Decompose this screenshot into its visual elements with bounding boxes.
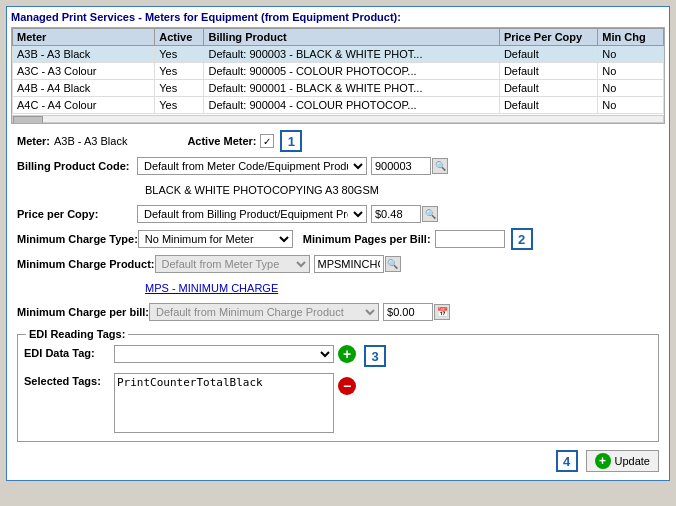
cell-billing: Default: 900005 - COLOUR PHOTOCOP... — [204, 63, 499, 80]
min-pages-input[interactable] — [435, 230, 505, 248]
cell-minchg: No — [598, 80, 664, 97]
col-header-minchg: Min Chg — [598, 29, 664, 46]
cell-active: Yes — [155, 46, 204, 63]
price-per-copy-select[interactable]: Default from Billing Product/Equipment P… — [137, 205, 367, 223]
active-meter-label: Active Meter: — [187, 135, 256, 147]
cell-price: Default — [499, 63, 597, 80]
billing-product-label: Billing Product Code: — [17, 160, 137, 172]
price-per-copy-label: Price per Copy: — [17, 208, 137, 220]
cell-billing: Default: 900004 - COLOUR PHOTOCOP... — [204, 97, 499, 114]
panel: Managed Print Services - Meters for Equi… — [6, 6, 670, 481]
cell-active: Yes — [155, 80, 204, 97]
marker-four: 4 — [556, 450, 578, 472]
update-btn-icon — [595, 453, 611, 469]
cell-billing: Default: 900001 - BLACK & WHITE PHOT... — [204, 80, 499, 97]
billing-product-name-row: BLACK & WHITE PHOTOCOPYING A3 80GSM — [141, 180, 659, 200]
mps-link-row: MPS - MINIMUM CHARGE — [141, 278, 659, 298]
billing-product-code-input[interactable] — [371, 157, 431, 175]
scrollbar-thumb — [13, 116, 43, 124]
price-per-copy-row: Price per Copy: Default from Billing Pro… — [17, 204, 659, 224]
marker-three: 3 — [364, 345, 386, 367]
billing-product-row: Billing Product Code: Default from Meter… — [17, 156, 659, 176]
billing-product-search-btn[interactable]: 🔍 — [432, 158, 448, 174]
min-charge-type-row: Minimum Charge Type: No Minimum for Mete… — [17, 228, 659, 250]
marker-two: 2 — [511, 228, 533, 250]
min-charge-type-select[interactable]: No Minimum for Meter — [138, 230, 293, 248]
meter-name-row: Meter: A3B - A3 Black Active Meter: ✓ 1 — [17, 130, 659, 152]
min-charge-bill-row: Minimum Charge per bill: Default from Mi… — [17, 302, 659, 322]
table-wrapper: Meter Active Billing Product Price Per C… — [11, 27, 665, 124]
cell-minchg: No — [598, 46, 664, 63]
table-row[interactable]: A3C - A3 Colour Yes Default: 900005 - CO… — [13, 63, 664, 80]
edi-add-btn[interactable] — [338, 345, 356, 363]
update-button[interactable]: Update — [586, 450, 659, 472]
cell-meter: A4C - A4 Colour — [13, 97, 155, 114]
min-charge-product-code-input[interactable] — [314, 255, 384, 273]
min-charge-bill-input[interactable] — [383, 303, 433, 321]
marker-one: 1 — [280, 130, 302, 152]
main-container: Managed Print Services - Meters for Equi… — [0, 0, 676, 506]
col-header-billing: Billing Product — [204, 29, 499, 46]
cell-price: Default — [499, 46, 597, 63]
cell-active: Yes — [155, 97, 204, 114]
edi-data-tag-label: EDI Data Tag: — [24, 345, 114, 359]
edi-data-tag-select[interactable] — [114, 345, 334, 363]
min-charge-bill-label: Minimum Charge per bill: — [17, 306, 149, 318]
edi-selected-tags-label: Selected Tags: — [24, 373, 114, 387]
meter-field-value: A3B - A3 Black — [54, 135, 127, 147]
min-charge-product-search-btn[interactable]: 🔍 — [385, 256, 401, 272]
edi-data-tag-row: EDI Data Tag: 3 — [24, 345, 652, 367]
meter-table: Meter Active Billing Product Price Per C… — [12, 28, 664, 114]
bottom-row: 4 Update — [11, 446, 665, 476]
active-meter-checkbox[interactable]: ✓ — [260, 134, 274, 148]
panel-title: Managed Print Services - Meters for Equi… — [11, 11, 665, 23]
table-row[interactable]: A3B - A3 Black Yes Default: 900003 - BLA… — [13, 46, 664, 63]
table-row[interactable]: A4C - A4 Colour Yes Default: 900004 - CO… — [13, 97, 664, 114]
min-charge-type-label: Minimum Charge Type: — [17, 233, 138, 245]
edi-selected-tags-textarea[interactable]: PrintCounterTotalBlack — [114, 373, 334, 433]
col-header-price: Price Per Copy — [499, 29, 597, 46]
billing-product-name-text: BLACK & WHITE PHOTOCOPYING A3 80GSM — [145, 183, 379, 197]
edi-selected-tags-row: Selected Tags: PrintCounterTotalBlack — [24, 373, 652, 433]
min-charge-product-row: Minimum Charge Product: Default from Met… — [17, 254, 659, 274]
billing-product-select[interactable]: Default from Meter Code/Equipment Produc… — [137, 157, 367, 175]
form-section: Meter: A3B - A3 Black Active Meter: ✓ 1 … — [11, 126, 665, 330]
min-charge-bill-select[interactable]: Default from Minimum Charge Product — [149, 303, 379, 321]
min-pages-label: Minimum Pages per Bill: — [303, 233, 431, 245]
cell-active: Yes — [155, 63, 204, 80]
cell-price: Default — [499, 80, 597, 97]
price-per-copy-search-btn[interactable]: 🔍 — [422, 206, 438, 222]
cell-minchg: No — [598, 97, 664, 114]
cell-meter: A3C - A3 Colour — [13, 63, 155, 80]
edi-remove-btn[interactable] — [338, 377, 356, 395]
min-charge-product-select[interactable]: Default from Meter Type — [155, 255, 310, 273]
table-row[interactable]: A4B - A4 Black Yes Default: 900001 - BLA… — [13, 80, 664, 97]
cell-meter: A4B - A4 Black — [13, 80, 155, 97]
col-header-active: Active — [155, 29, 204, 46]
price-per-copy-input[interactable] — [371, 205, 421, 223]
mps-link[interactable]: MPS - MINIMUM CHARGE — [145, 282, 278, 294]
horizontal-scrollbar[interactable] — [12, 115, 664, 123]
cell-minchg: No — [598, 63, 664, 80]
meter-field-label: Meter: — [17, 135, 50, 147]
cell-billing: Default: 900003 - BLACK & WHITE PHOT... — [204, 46, 499, 63]
cell-price: Default — [499, 97, 597, 114]
edi-section: EDI Reading Tags: EDI Data Tag: 3 Select… — [17, 334, 659, 442]
min-charge-bill-cal-btn[interactable]: 📅 — [434, 304, 450, 320]
min-charge-product-label: Minimum Charge Product: — [17, 258, 155, 270]
col-header-meter: Meter — [13, 29, 155, 46]
edi-legend: EDI Reading Tags: — [26, 328, 128, 340]
cell-meter: A3B - A3 Black — [13, 46, 155, 63]
update-btn-label: Update — [615, 455, 650, 467]
